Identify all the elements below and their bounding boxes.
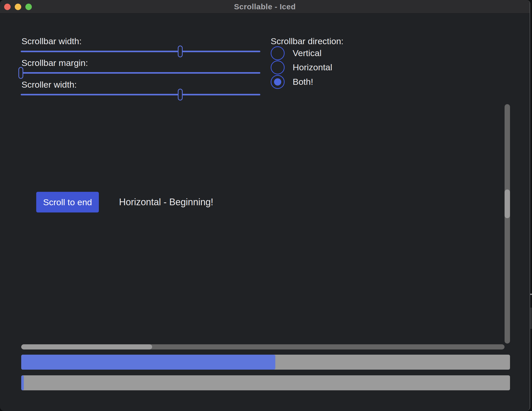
radio-horizontal[interactable]: Horizontal xyxy=(271,60,332,74)
slider-handle[interactable] xyxy=(18,67,23,79)
radio-horizontal-label[interactable]: Horizontal xyxy=(293,62,332,72)
vertical-scrollbar-thumb[interactable] xyxy=(505,189,510,218)
scroll-status-text: Horizontal - Beginning! xyxy=(119,192,213,212)
radio-circle-icon[interactable] xyxy=(271,60,285,74)
scroll-to-end-button[interactable]: Scroll to end xyxy=(36,192,99,212)
progress-fill xyxy=(21,375,24,390)
slider-rail[interactable] xyxy=(21,51,260,52)
horizontal-progress-bar xyxy=(21,355,510,370)
scrollbar-width-slider[interactable] xyxy=(21,45,260,57)
slider-handle[interactable] xyxy=(178,89,183,101)
slider-rail[interactable] xyxy=(21,94,260,95)
scrollbar-margin-slider[interactable] xyxy=(21,67,260,79)
slider-rail[interactable] xyxy=(21,72,260,74)
window-title: Scrollable - Iced xyxy=(234,2,296,11)
scrollbar-margin-label: Scrollbar margin: xyxy=(21,58,88,68)
radio-circle-icon[interactable] xyxy=(271,75,285,89)
horizontal-scrollbar-track[interactable] xyxy=(21,344,505,349)
vertical-scrollbar-track[interactable] xyxy=(505,104,510,344)
scroller-width-label: Scroller width: xyxy=(21,80,77,90)
close-button[interactable] xyxy=(4,4,11,10)
app-window: Scrollable - Iced Scrollbar width: Scrol… xyxy=(0,0,530,411)
screen: Scrollable - Iced Scrollbar width: Scrol… xyxy=(0,0,532,411)
background-artifact xyxy=(530,308,532,329)
vertical-progress-bar xyxy=(21,375,510,390)
radio-both-label[interactable]: Both! xyxy=(293,77,313,87)
minimize-button[interactable] xyxy=(15,4,21,10)
slider-handle[interactable] xyxy=(178,45,183,57)
zoom-button[interactable] xyxy=(25,4,32,10)
desktop-background-strip xyxy=(530,0,532,411)
radio-both[interactable]: Both! xyxy=(271,75,313,89)
radio-circle-icon[interactable] xyxy=(271,46,285,60)
scrollbar-width-label: Scrollbar width: xyxy=(21,36,82,46)
radio-vertical[interactable]: Vertical xyxy=(271,46,322,60)
radio-dot-icon xyxy=(274,78,281,86)
scrollbar-direction-label: Scrollbar direction: xyxy=(271,36,344,46)
background-artifact xyxy=(530,294,532,295)
progress-fill xyxy=(21,355,275,370)
scroller-width-slider[interactable] xyxy=(21,89,260,101)
radio-vertical-label[interactable]: Vertical xyxy=(293,48,322,58)
horizontal-scrollbar-thumb[interactable] xyxy=(21,344,152,349)
titlebar: Scrollable - Iced xyxy=(0,0,530,13)
